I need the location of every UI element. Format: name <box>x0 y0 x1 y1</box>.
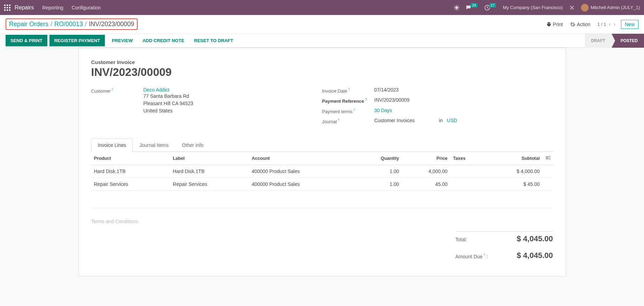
add-credit-note-button[interactable]: ADD CREDIT NOTE <box>138 35 189 46</box>
tab-other-info[interactable]: Other Info <box>175 139 210 152</box>
svg-rect-3 <box>4 7 6 8</box>
invoice-date-label: Invoice Date? <box>322 87 374 94</box>
print-button[interactable]: Print <box>546 22 563 27</box>
currency-link[interactable]: USD <box>447 118 457 123</box>
svg-rect-2 <box>9 5 10 6</box>
menu-reporting[interactable]: Reporting <box>42 5 63 10</box>
activities-icon[interactable]: 27 <box>484 5 497 10</box>
svg-rect-8 <box>9 9 10 11</box>
payment-reference-value: INV/2023/00009 <box>374 97 553 103</box>
breadcrumb: Repair Orders / RO/00013 / INV/2023/0000… <box>9 21 134 28</box>
col-options-icon[interactable] <box>543 152 553 165</box>
pager: 1 / 1 <box>597 22 606 27</box>
help-icon[interactable]: ? <box>337 118 340 122</box>
col-product[interactable]: Product <box>91 152 170 165</box>
breadcrumb-level2[interactable]: RO/00013 <box>54 21 83 28</box>
breadcrumb-current: INV/2023/00009 <box>89 21 134 28</box>
col-account[interactable]: Account <box>249 152 355 165</box>
terms-placeholder[interactable]: Terms and Conditions <box>91 219 553 224</box>
address-line: 77 Santa Barbara Rd <box>143 93 322 100</box>
table-row[interactable]: Repair Services Repair Services 400000 P… <box>91 178 553 191</box>
address-line: United States <box>143 107 322 115</box>
amount-due-label: Amount Due? : <box>456 253 488 259</box>
customer-label: Customer? <box>91 87 143 94</box>
pager-next[interactable]: › <box>614 21 615 28</box>
doc-type-label: Customer Invoice <box>91 59 553 65</box>
svg-rect-1 <box>7 5 8 6</box>
apps-icon[interactable] <box>4 5 10 11</box>
activities-badge: 27 <box>489 3 496 8</box>
journal-label: Journal? <box>322 118 374 124</box>
user-menu[interactable]: Mitchell Admin (JULY_1) <box>581 4 640 11</box>
amount-due-value: $ 4,045.00 <box>517 251 553 260</box>
tab-invoice-lines[interactable]: Invoice Lines <box>91 139 133 152</box>
payment-terms-label: Payment terms? <box>322 108 374 114</box>
debug-icon[interactable] <box>454 5 459 10</box>
col-subtotal[interactable]: Subtotal <box>486 152 542 165</box>
menu-configuration[interactable]: Configuration <box>72 5 101 10</box>
svg-rect-6 <box>4 9 6 11</box>
send-print-button[interactable]: SEND & PRINT <box>6 35 47 46</box>
table-row[interactable]: Hard Disk.1TB Hard Disk.1TB 400000 Produ… <box>91 165 553 178</box>
breadcrumb-level1[interactable]: Repair Orders <box>9 21 48 28</box>
col-taxes[interactable]: Taxes <box>450 152 486 165</box>
help-icon[interactable]: ? <box>483 253 485 257</box>
col-quantity[interactable]: Quantity <box>355 152 402 165</box>
journal-value: Customer Invoices <box>374 118 415 123</box>
help-icon[interactable]: ? <box>353 108 355 112</box>
help-icon[interactable]: ? <box>111 88 114 92</box>
pager-prev[interactable]: ‹ <box>609 21 611 28</box>
help-icon[interactable]: ? <box>365 98 367 102</box>
col-price[interactable]: Price <box>402 152 450 165</box>
total-value: $ 4,045.00 <box>517 234 553 243</box>
customer-link[interactable]: Deco Addict <box>143 87 322 93</box>
doc-title: INV/2023/00009 <box>91 66 553 79</box>
payment-reference-label: Payment Reference? <box>322 97 374 104</box>
user-name: Mitchell Admin (JULY_1) <box>591 5 640 10</box>
app-name[interactable]: Repairs <box>15 5 34 11</box>
tools-icon[interactable] <box>569 5 575 10</box>
status-bar: DRAFT POSTED <box>585 34 644 48</box>
new-button[interactable]: New <box>621 20 638 29</box>
action-button[interactable]: Action <box>570 22 590 27</box>
tab-journal-items[interactable]: Journal Items <box>133 139 175 152</box>
avatar <box>581 4 589 11</box>
svg-rect-7 <box>7 9 8 11</box>
reset-to-draft-button[interactable]: RESET TO DRAFT <box>189 35 238 46</box>
payment-terms-link[interactable]: 30 Days <box>374 108 392 113</box>
svg-rect-0 <box>4 5 6 6</box>
address-line: Pleasant Hill CA 94523 <box>143 100 322 107</box>
total-label: Total: <box>456 237 467 242</box>
preview-button[interactable]: PREVIEW <box>107 35 138 46</box>
register-payment-button[interactable]: REGISTER PAYMENT <box>49 35 105 46</box>
company-switcher[interactable]: My Company (San Francisco) <box>503 5 563 10</box>
svg-rect-4 <box>7 7 8 8</box>
svg-rect-5 <box>9 7 10 8</box>
messages-badge: 24 <box>471 3 477 8</box>
invoice-date-value: 07/14/2023 <box>374 87 553 93</box>
svg-point-9 <box>455 6 458 9</box>
help-icon[interactable]: ? <box>348 88 350 92</box>
status-draft[interactable]: DRAFT <box>585 34 612 48</box>
messages-icon[interactable]: 24 <box>466 5 478 10</box>
status-posted[interactable]: POSTED <box>612 34 644 48</box>
col-label[interactable]: Label <box>170 152 249 165</box>
